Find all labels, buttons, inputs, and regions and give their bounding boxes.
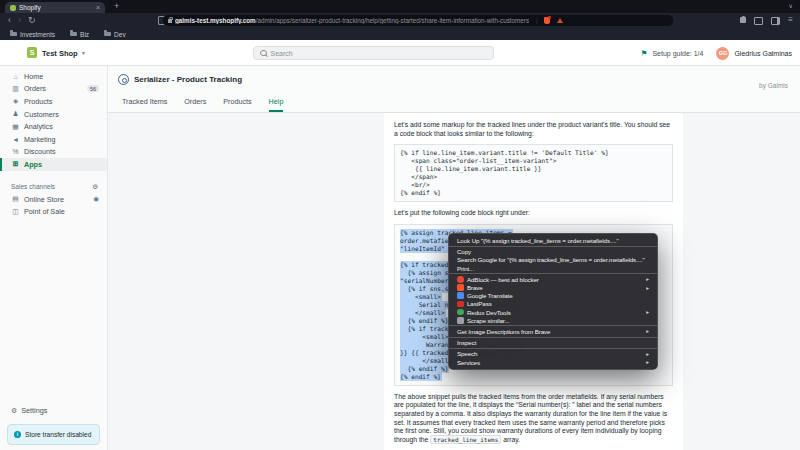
code-line-selected: {% endif %} xyxy=(400,317,449,325)
bookmark-folder[interactable]: Dev xyxy=(104,31,126,38)
sidebar-item-icon: % xyxy=(11,148,20,155)
forward-icon[interactable]: › xyxy=(18,16,21,25)
context-menu-item[interactable]: AdBlock — best ad blocker ▸ xyxy=(449,275,657,283)
shopify-topbar: S Test Shop ▾ Search ⚑ Setup guide: 1/4 … xyxy=(0,40,800,66)
bookmark-folder[interactable]: Investments xyxy=(10,31,55,38)
back-icon[interactable]: ‹ xyxy=(8,16,11,25)
context-menu-item[interactable]: Google Translate xyxy=(449,292,657,300)
context-menu-item-label: Google Translate xyxy=(467,292,513,299)
context-menu: Look Up "{% assign tracked_line_items = … xyxy=(448,233,658,370)
side-panel-icon[interactable] xyxy=(771,17,780,25)
code-line-selected: {% endif %} xyxy=(400,373,442,381)
sidebar-item[interactable]: ♟ Customers xyxy=(0,108,107,121)
lock-icon[interactable] xyxy=(168,19,172,23)
sidebar-item[interactable]: ◄ Marketing xyxy=(0,133,107,146)
store-transfer-banner[interactable]: i Store transfer disabled xyxy=(7,424,100,445)
tab-close-icon[interactable]: × xyxy=(96,4,100,11)
url-domain: galmis-test.myshopify.com xyxy=(175,17,256,24)
wallet-icon[interactable] xyxy=(754,17,763,25)
url-bar[interactable]: galmis-test.myshopify.com/admin/apps/ser… xyxy=(163,15,673,26)
store-name[interactable]: Test Shop xyxy=(42,49,78,58)
sidebar-item[interactable]: % Discounts xyxy=(0,146,107,159)
context-menu-item[interactable]: Look Up "{% assign tracked_line_items = … xyxy=(449,237,657,245)
content-tab[interactable]: Products xyxy=(223,97,251,112)
menu-separator xyxy=(449,337,657,338)
sales-channel-label: Online Store xyxy=(24,195,64,204)
context-menu-item[interactable]: Services ▸ xyxy=(449,358,657,366)
browser-tab-shopify[interactable]: Shopify × xyxy=(5,2,105,13)
bookmark-label: Biz xyxy=(80,31,89,38)
browser-menu-icon[interactable]: ≡ xyxy=(788,16,793,24)
extension-icon xyxy=(457,301,464,308)
code-line-selected xyxy=(400,253,401,261)
sidebar-item[interactable]: ⊞ Apps xyxy=(0,158,107,171)
extension-warning-triangle-icon[interactable] xyxy=(557,18,563,23)
sidebar-item[interactable]: ▦ Analytics xyxy=(0,120,107,133)
context-menu-item[interactable]: Inspect xyxy=(449,339,657,347)
eye-icon[interactable]: ◉ xyxy=(93,195,99,203)
app-byline: by Galmis xyxy=(759,82,788,89)
store-caret-icon[interactable]: ▾ xyxy=(82,50,85,56)
context-menu-item-label: Get Image Descriptions from Brave xyxy=(457,328,550,335)
code-line: <span class="order-list__item-variant"> xyxy=(400,157,667,165)
sales-channel-item[interactable]: ◫ Point of Sale xyxy=(0,205,107,218)
setup-guide-flag-icon: ⚑ xyxy=(641,49,648,58)
sidebar-item-icon: ♟ xyxy=(11,110,20,118)
context-menu-item-label: Inspect xyxy=(457,339,476,346)
content-tab[interactable]: Help xyxy=(269,97,284,112)
bookmarks-bar: Investments Biz Dev xyxy=(0,28,800,40)
context-menu-item-label: Redux DevTools xyxy=(467,309,511,316)
url-separator: | xyxy=(536,18,538,24)
bookmark-label: Dev xyxy=(114,31,126,38)
app-frame: ⌂ Home ▥ Orders 56 ◈ Products xyxy=(0,66,800,450)
sidebar-item[interactable]: ▥ Orders 56 xyxy=(0,83,107,96)
context-menu-item[interactable]: LastPass xyxy=(449,300,657,308)
context-menu-item[interactable]: Get Image Descriptions from Brave ▸ xyxy=(449,327,657,335)
sidebar-item-icon: ◄ xyxy=(11,136,20,143)
context-menu-item[interactable]: Speech ▸ xyxy=(449,350,657,358)
folder-icon xyxy=(10,32,17,37)
content-tabs: Tracked Items Orders Products Help xyxy=(108,93,800,113)
context-menu-item[interactable]: Redux DevTools ▸ xyxy=(449,308,657,316)
reload-icon[interactable]: ↻ xyxy=(28,16,36,25)
tab-overflow-chevron-icon[interactable]: ∨ xyxy=(789,2,793,9)
context-menu-item[interactable]: Print... xyxy=(449,264,657,272)
extension-icon xyxy=(457,276,464,283)
context-menu-item[interactable]: Copy xyxy=(449,248,657,256)
submenu-arrow-icon: ▸ xyxy=(642,328,649,334)
sales-channels-label: Sales channels xyxy=(11,183,55,190)
new-tab-button[interactable]: + xyxy=(114,2,119,11)
code-line-selected: <small> xyxy=(400,333,449,341)
info-icon: i xyxy=(14,431,21,438)
code-line: {{ line.line_item.variant.title }} xyxy=(400,165,667,173)
page-header: Serializer - Product Tracking by Galmis xyxy=(108,66,800,93)
context-menu-item[interactable]: Scrape similar... xyxy=(449,316,657,324)
context-menu-item[interactable]: Search Google for "{% assign tracked_lin… xyxy=(449,256,657,264)
context-menu-item-label: Services xyxy=(457,359,480,366)
code-block-variant-title: {% if line.line_item.variant.title != 'D… xyxy=(394,144,673,202)
sidebar-item[interactable]: ◈ Products xyxy=(0,95,107,108)
url-path: /admin/apps/serializer-product-tracking/… xyxy=(256,17,529,24)
sidebar-item-label: Products xyxy=(24,97,52,106)
folder-icon xyxy=(70,32,77,37)
menu-separator xyxy=(449,273,657,274)
sidebar-item-label: Home xyxy=(24,72,43,81)
content-tab[interactable]: Orders xyxy=(184,97,206,112)
sales-channel-item[interactable]: ▤ Online Store ◉ xyxy=(0,193,107,206)
global-search-input[interactable]: Search xyxy=(253,46,494,60)
context-menu-item-label: Copy xyxy=(457,248,471,255)
user-avatar[interactable]: GG xyxy=(716,47,729,60)
content-tab[interactable]: Tracked Items xyxy=(122,97,167,112)
extension-icon xyxy=(457,292,464,299)
code-line-selected: </small> xyxy=(400,357,453,365)
sidebar-item-settings[interactable]: ⚙ Settings xyxy=(0,404,107,417)
setup-guide-label[interactable]: Setup guide: 1/4 xyxy=(652,50,703,57)
brave-shield-icon[interactable] xyxy=(544,17,550,24)
user-name[interactable]: Giedrius Galminas xyxy=(734,50,792,57)
sidebar-item[interactable]: ⌂ Home xyxy=(0,70,107,83)
sales-channels-gear-icon[interactable]: ⚙ xyxy=(92,183,98,191)
bookmark-folder[interactable]: Biz xyxy=(70,31,89,38)
extensions-puzzle-icon[interactable] xyxy=(740,17,746,23)
context-menu-item[interactable]: Brave ▸ xyxy=(449,283,657,291)
shopify-logo[interactable]: S xyxy=(27,47,37,58)
